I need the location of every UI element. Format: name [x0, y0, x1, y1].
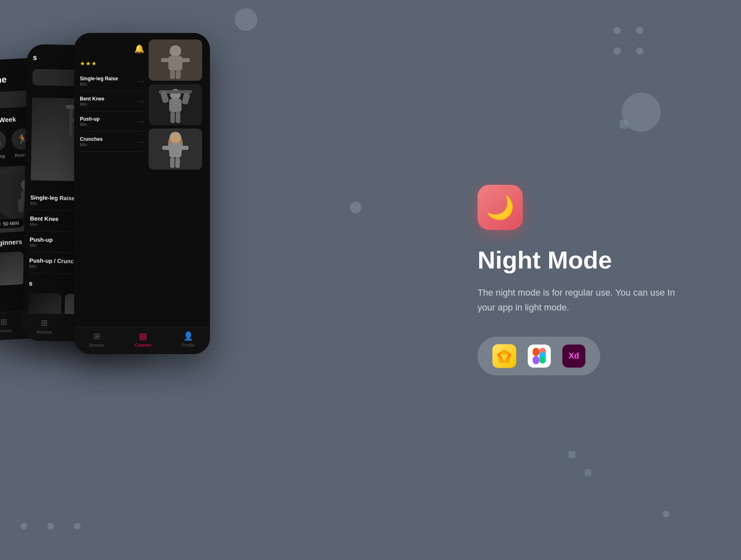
nav-browse-back[interactable]: ⊞ Browse	[0, 316, 12, 334]
browse-icon-mid: ⊞	[41, 318, 48, 328]
browse-label-front: Browse	[89, 343, 105, 348]
svg-rect-37	[170, 157, 175, 168]
sketch-icon	[492, 344, 516, 368]
svg-rect-35	[162, 146, 170, 150]
svg-rect-46	[533, 348, 539, 356]
front-course-dots-2[interactable]: ⋯	[137, 97, 144, 106]
svg-point-50	[539, 357, 546, 363]
svg-rect-48	[533, 356, 539, 364]
front-course-info-2: Bent Knee Min	[80, 96, 137, 107]
figma-icon	[528, 344, 551, 367]
nav-profile-front[interactable]: 👤 Profile	[182, 331, 195, 348]
front-course-4[interactable]: Crunches Min ⋯	[80, 132, 144, 152]
timer-text: 50 MIN	[3, 220, 19, 227]
moon-icon: 🌙	[486, 194, 515, 221]
deco-circle-1	[235, 8, 257, 31]
nav-courses-front[interactable]: ▤ Courses	[135, 331, 151, 348]
deco-circle-10	[74, 523, 81, 530]
svg-rect-36	[181, 146, 189, 150]
deco-square-3	[585, 469, 591, 476]
browse-icon-front: ⊞	[93, 331, 100, 341]
front-right-images	[149, 40, 204, 321]
deco-circle-11	[663, 511, 669, 517]
front-course-info-3: Push-up Min	[80, 116, 137, 127]
thumb-1	[0, 251, 25, 286]
front-course-3[interactable]: Push-up Min ⋯	[80, 112, 144, 131]
course-list-front: Single-leg Raise Min ⋯ Bent Knee Min ⋯	[80, 72, 144, 152]
front-course-sub-2: Min	[80, 102, 137, 107]
nav-browse-front[interactable]: ⊞ Browse	[89, 331, 105, 348]
deco-circle-9	[47, 523, 54, 530]
swim-circle: 🏊	[0, 129, 7, 152]
front-course-1[interactable]: Single-leg Raise Min ⋯	[80, 72, 144, 91]
stars-front: ★★★	[80, 60, 144, 67]
deco-circle-3	[613, 27, 621, 34]
front-course-name-3: Push-up	[80, 116, 137, 122]
feature-description: The night mode is for regular use. You c…	[478, 285, 692, 315]
front-bell-row: 🔔	[80, 44, 144, 54]
front-course-name-4: Crunches	[80, 136, 137, 142]
svg-rect-38	[175, 157, 180, 168]
app-icon: 🌙	[478, 185, 523, 230]
timer-badge: ⏱ 50 MIN	[0, 218, 23, 229]
sketch-svg	[496, 349, 512, 363]
front-course-sub-4: Min	[80, 142, 137, 147]
deco-square-2	[568, 451, 576, 458]
profile-icon-front: 👤	[183, 331, 193, 341]
front-left-content: 🔔 ★★★ Single-leg Raise Min ⋯	[80, 40, 144, 321]
courses-label-front: Courses	[135, 343, 151, 348]
deco-circle-6	[636, 47, 643, 55]
front-course-2[interactable]: Bent Knee Min ⋯	[80, 92, 144, 111]
front-course-sub-1: Min	[80, 82, 137, 86]
phone-front: 🔔 ★★★ Single-leg Raise Min ⋯	[74, 33, 210, 354]
deco-circle-2	[350, 202, 361, 213]
front-course-dots-1[interactable]: ⋯	[137, 77, 144, 86]
phone-back-title: Home	[0, 74, 7, 86]
browse-label-back: Browse	[0, 328, 12, 334]
front-svg-2	[149, 84, 202, 125]
feature-section: 🌙 Night Mode The night mode is for regul…	[478, 185, 692, 376]
svg-rect-30	[176, 112, 180, 123]
front-img-2	[149, 84, 202, 125]
front-course-name-2: Bent Knee	[80, 96, 137, 102]
phone-mid-title: s	[33, 53, 37, 62]
deco-circle-4	[636, 27, 643, 34]
front-course-name-1: Single-leg Raise	[80, 76, 137, 82]
bell-icon-front: 🔔	[134, 44, 144, 54]
front-course-dots-3[interactable]: ⋯	[137, 117, 144, 126]
front-course-sub-3: Min	[80, 122, 137, 127]
svg-rect-25	[169, 99, 182, 112]
deco-circle-8	[21, 523, 27, 530]
profile-label-front: Profile	[182, 343, 195, 348]
deco-square-1	[620, 120, 628, 128]
front-course-info-4: Crunches Min	[80, 136, 137, 147]
front-img-3	[149, 128, 202, 170]
front-img-1	[149, 40, 202, 81]
xd-text: Xd	[569, 351, 579, 361]
tools-pill: Xd	[478, 336, 600, 375]
activity-swim[interactable]: 🏊 Swiming	[0, 129, 7, 159]
front-svg-3	[149, 128, 202, 170]
swim-label: Swiming	[0, 154, 5, 159]
adobe-xd-icon: Xd	[562, 344, 585, 367]
svg-rect-22	[149, 40, 202, 81]
svg-rect-4	[18, 198, 23, 212]
phones-container: Home 🔔 This Week 🏊 Swiming 🏃 Running	[0, 33, 189, 486]
deco-circle-5	[613, 47, 621, 55]
svg-rect-8	[69, 106, 73, 136]
browse-label-mid: Browse	[37, 329, 52, 335]
feature-title: Night Mode	[478, 247, 692, 274]
front-svg-1	[149, 40, 202, 81]
nav-browse-mid[interactable]: ⊞ Browse	[37, 318, 52, 335]
bottom-nav-front: ⊞ Browse ▤ Courses 👤 Profile	[74, 327, 210, 354]
svg-rect-29	[170, 112, 175, 123]
svg-rect-34	[169, 143, 182, 157]
figma-svg	[533, 348, 546, 364]
front-course-dots-4[interactable]: ⋯	[137, 137, 144, 146]
browse-icon-back: ⊞	[0, 317, 7, 327]
courses-icon-front: ▤	[139, 331, 147, 341]
front-course-info-1: Single-leg Raise Min	[80, 76, 137, 86]
